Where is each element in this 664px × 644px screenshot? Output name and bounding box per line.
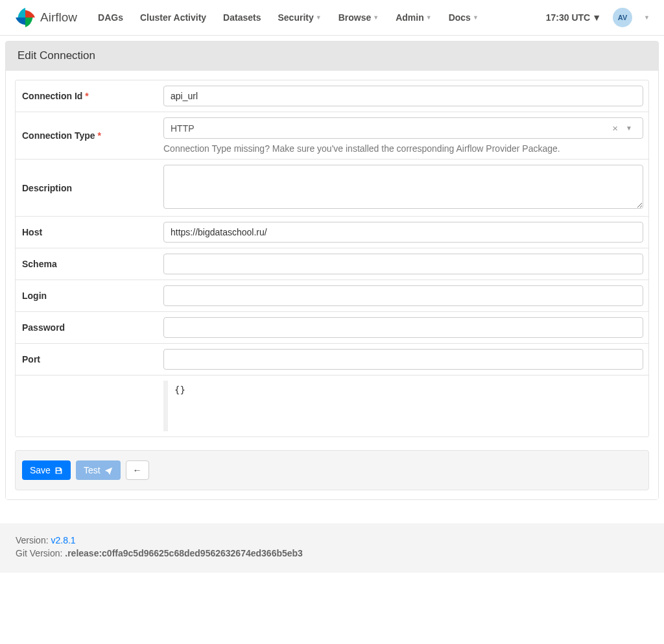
git-line: Git Version: .release:c0ffa9c5d96625c68d… — [16, 548, 648, 558]
description-textarea[interactable] — [163, 165, 643, 209]
label-schema: Schema — [16, 248, 158, 280]
port-input[interactable] — [163, 349, 643, 370]
host-input[interactable] — [163, 222, 643, 243]
form-table: Connection Id* Connection Type* HTTP × ▼ — [15, 80, 649, 437]
chevron-down-icon: ▼ — [316, 14, 322, 21]
back-button[interactable]: ← — [126, 460, 149, 480]
button-bar: Save Test ← — [15, 450, 649, 490]
label-extra — [16, 376, 158, 436]
nav-datasets[interactable]: Datasets — [223, 12, 261, 23]
label-login: Login — [16, 280, 158, 311]
chevron-down-icon[interactable]: ▼ — [644, 14, 650, 21]
conn-type-help: Connection Type missing? Make sure you'v… — [163, 143, 643, 154]
login-input[interactable] — [163, 285, 643, 306]
conn-type-select[interactable]: HTTP × ▼ — [163, 117, 643, 139]
panel-body: Connection Id* Connection Type* HTTP × ▼ — [6, 71, 658, 499]
chevron-down-icon: ▼ — [426, 14, 432, 21]
nav-security[interactable]: Security▼ — [278, 12, 321, 23]
chevron-down-icon: ▼ — [592, 12, 601, 23]
row-host: Host — [16, 217, 648, 248]
required-marker: * — [85, 91, 88, 101]
schema-input[interactable] — [163, 254, 643, 274]
paper-plane-icon — [104, 466, 113, 475]
chevron-down-icon[interactable]: ▼ — [626, 125, 632, 132]
row-conn-type: Connection Type* HTTP × ▼ Connection Typ… — [16, 112, 648, 160]
conn-id-input[interactable] — [163, 86, 643, 106]
row-password: Password — [16, 312, 648, 344]
test-button[interactable]: Test — [76, 460, 121, 480]
row-schema: Schema — [16, 248, 648, 280]
navbar: Airflow DAGs Cluster Activity Datasets S… — [0, 0, 664, 36]
row-port: Port — [16, 344, 648, 376]
git-version: .release:c0ffa9c5d96625c68ded9562632674e… — [65, 548, 303, 558]
nav-right: 17:30 UTC▼ AV ▼ — [546, 8, 650, 27]
nav-items: DAGs Cluster Activity Datasets Security▼… — [98, 12, 546, 23]
required-marker: * — [98, 130, 101, 141]
chevron-down-icon: ▼ — [373, 14, 379, 21]
save-button[interactable]: Save — [22, 460, 71, 480]
row-description: Description — [16, 160, 648, 217]
clock[interactable]: 17:30 UTC▼ — [546, 12, 601, 23]
logo[interactable]: Airflow — [14, 6, 77, 29]
label-conn-id: Connection Id* — [16, 80, 158, 112]
nav-dags[interactable]: DAGs — [98, 12, 123, 23]
json-gutter — [163, 381, 168, 431]
extra-json-editor[interactable]: {} — [163, 381, 643, 431]
page: Edit Connection Connection Id* Connectio… — [0, 36, 664, 505]
avatar[interactable]: AV — [613, 8, 632, 27]
row-conn-id: Connection Id* — [16, 80, 648, 112]
arrow-left-icon: ← — [133, 465, 142, 475]
nav-admin[interactable]: Admin▼ — [396, 12, 431, 23]
clear-icon[interactable]: × — [612, 123, 618, 134]
conn-type-value: HTTP — [171, 123, 195, 134]
nav-cluster-activity[interactable]: Cluster Activity — [140, 12, 206, 23]
password-input[interactable] — [163, 317, 643, 338]
footer: Version: v2.8.1 Git Version: .release:c0… — [0, 523, 664, 573]
nav-browse[interactable]: Browse▼ — [338, 12, 379, 23]
chevron-down-icon: ▼ — [473, 14, 479, 21]
label-password: Password — [16, 312, 158, 343]
version-link[interactable]: v2.8.1 — [51, 535, 75, 545]
label-description: Description — [16, 160, 158, 216]
brand-text: Airflow — [40, 10, 77, 25]
panel-title: Edit Connection — [6, 42, 658, 71]
nav-docs[interactable]: Docs▼ — [449, 12, 479, 23]
label-host: Host — [16, 217, 158, 248]
row-login: Login — [16, 280, 648, 312]
extra-json-value: {} — [168, 381, 192, 431]
label-port: Port — [16, 344, 158, 375]
version-line: Version: v2.8.1 — [16, 535, 648, 545]
label-conn-type: Connection Type* — [16, 112, 158, 159]
airflow-pinwheel-icon — [14, 6, 36, 29]
save-icon — [54, 466, 63, 475]
row-extra: {} — [16, 376, 648, 436]
panel: Edit Connection Connection Id* Connectio… — [5, 41, 659, 500]
